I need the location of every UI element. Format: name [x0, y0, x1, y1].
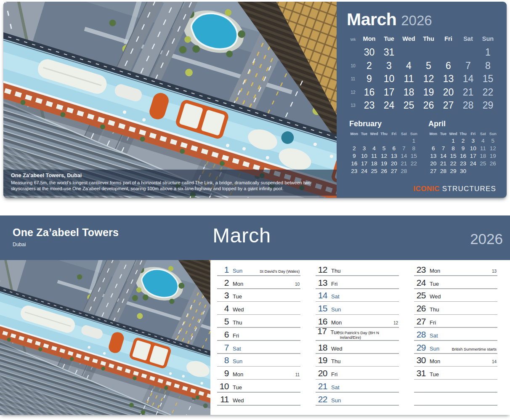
day-cell: 7 — [458, 59, 478, 73]
date-row: 31Tue — [414, 369, 497, 382]
day-header: Fri — [438, 33, 458, 44]
date-row: 8Sun — [217, 356, 300, 369]
date-column: 12Thu13Fri14Sat15Sun16Mon1217TueSt Patri… — [316, 265, 399, 415]
date-number: 2 — [217, 278, 229, 288]
mini-day-cell: 26 — [379, 167, 389, 175]
mini-day-cell: 11 — [369, 152, 379, 160]
date-row-content: 6Fri — [217, 330, 300, 340]
mini-day-header: Sat — [478, 131, 488, 137]
date-row — [414, 395, 497, 408]
date-row: 6Fri — [217, 330, 300, 343]
day-cell: 25 — [399, 99, 419, 112]
mini-month-april: April MonTueWedThuFriSatSun1234567891011… — [428, 120, 501, 175]
date-row: 25Wed — [414, 291, 497, 304]
mini-day-cell: 3 — [468, 137, 478, 145]
date-number: 26 — [414, 303, 426, 314]
day-cell: 4 — [399, 59, 419, 73]
day-label: Mon — [331, 319, 342, 326]
mini-day-cell: 17 — [359, 160, 369, 167]
mini-day-cell: 9 — [349, 152, 359, 160]
mini-day-header: Mon — [349, 131, 359, 137]
day-cell: 27 — [438, 99, 458, 112]
date-row-content: 1SunSt David’s Day (Wales) — [217, 265, 300, 275]
date-row-content: 11Wed — [217, 394, 300, 404]
mini-day-cell — [488, 167, 498, 175]
caption-title: One Za’abeel Towers, Dubai — [11, 173, 329, 178]
mini-day-cell: 6 — [389, 145, 399, 152]
mini-day-cell: 15 — [409, 152, 419, 160]
date-row-content: 31Tue — [414, 368, 497, 378]
mini-day-cell: 27 — [428, 167, 438, 175]
brand-word-structures: STRUCTURES — [442, 185, 496, 193]
mini-day-cell: 18 — [478, 152, 488, 160]
day-cell: 21 — [458, 86, 478, 99]
holiday-note: St Patrick’s Day (BH N Ireland/Eire) — [340, 330, 398, 340]
date-row-content: 23Mon13 — [414, 265, 497, 275]
day-cell — [438, 46, 458, 59]
date-row-content: 12Thu — [316, 265, 398, 275]
week-number: 13 — [347, 99, 359, 112]
bottom-year-label: 2026 — [470, 231, 503, 246]
date-row-content: 2Mon10 — [217, 278, 300, 288]
location-title: One Za’abeel Towers — [13, 226, 119, 239]
mini-day-cell: 15 — [448, 152, 458, 160]
day-label: Sun — [430, 346, 439, 352]
mini-day-cell: 21 — [438, 160, 449, 167]
mini-day-cell — [389, 137, 399, 145]
date-number: 12 — [316, 265, 327, 275]
date-number: 22 — [316, 394, 327, 404]
rule-line — [414, 366, 497, 367]
day-label: Sat — [233, 346, 241, 352]
date-row: 26Thu — [414, 304, 497, 317]
mini-day-cell — [349, 137, 359, 145]
mini-day-header: Mon — [428, 131, 438, 137]
mini-month-title: February — [349, 120, 422, 128]
mini-day-cell: 3 — [359, 145, 369, 152]
mini-day-header: Tue — [359, 131, 369, 137]
rule-line — [414, 379, 497, 380]
day-cell — [399, 46, 419, 59]
date-row-content: 27Fri — [414, 316, 497, 327]
mini-months: February MonTueWedThuFriSatSun1234567891… — [347, 120, 507, 175]
day-label: Fri — [331, 371, 337, 377]
date-row-content: 4Wed — [217, 303, 300, 314]
mini-day-cell: 4 — [369, 145, 379, 152]
date-row-content: 16Mon12 — [316, 316, 398, 327]
rule-line — [217, 366, 300, 367]
day-cell: 31 — [379, 46, 399, 59]
day-label: Sat — [331, 293, 340, 300]
rule-line — [414, 353, 497, 354]
day-cell: 26 — [419, 99, 438, 112]
date-row-content: 22Sun — [316, 394, 398, 404]
day-cell: 10 — [379, 72, 399, 86]
date-row: 22Sun — [316, 395, 399, 408]
day-cell: 30 — [359, 46, 379, 59]
date-row: 13Fri — [316, 278, 399, 291]
date-row: 21Sat — [316, 382, 399, 395]
day-label: Tue — [233, 293, 242, 300]
date-row: 11Wed — [217, 395, 300, 408]
date-row-content: 10Tue — [217, 381, 300, 391]
day-cell: 17 — [379, 86, 399, 99]
mini-day-cell: 22 — [409, 160, 419, 167]
date-row: 28Sat — [414, 330, 497, 343]
mini-day-cell: 8 — [448, 145, 458, 152]
mini-day-cell — [359, 137, 369, 145]
date-number: 31 — [414, 368, 426, 378]
day-label: Wed — [233, 397, 244, 404]
date-number: 11 — [217, 394, 229, 404]
date-row: 2Mon10 — [217, 278, 300, 291]
date-number: 16 — [316, 316, 327, 327]
day-label: Tue — [430, 281, 439, 287]
rule-line — [217, 301, 300, 302]
mini-day-cell: 16 — [458, 152, 468, 160]
date-row — [414, 382, 497, 395]
day-label: Thu — [331, 358, 340, 364]
mini-day-cell — [399, 137, 409, 145]
mini-day-cell: 7 — [399, 145, 409, 152]
week-number: 13 — [492, 269, 497, 274]
mini-day-cell: 20 — [428, 160, 438, 167]
date-number: 30 — [414, 355, 426, 365]
mini-day-cell: 2 — [458, 137, 468, 145]
date-number: 18 — [316, 343, 327, 353]
